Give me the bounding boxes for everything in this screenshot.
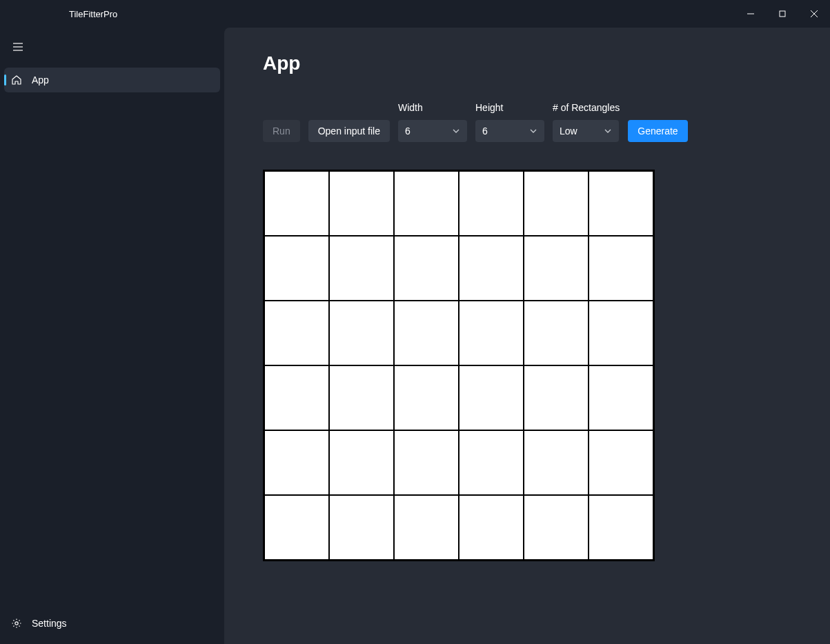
- sidebar-item-settings[interactable]: Settings: [4, 611, 220, 636]
- grid-cell: [264, 430, 329, 495]
- hamburger-icon: [12, 41, 23, 52]
- grid-cell: [264, 365, 329, 430]
- grid-cell: [589, 301, 653, 365]
- grid-cell: [459, 301, 524, 365]
- grid-cell: [394, 430, 459, 495]
- grid-cell: [589, 365, 653, 430]
- grid-row: [264, 301, 653, 365]
- close-icon: [811, 10, 818, 17]
- minimize-icon: [747, 10, 754, 17]
- maximize-button[interactable]: [767, 0, 798, 28]
- grid-cell: [264, 495, 329, 560]
- grid-cell: [459, 236, 524, 301]
- grid-cell: [329, 236, 394, 301]
- rectangles-label: # of Rectangles: [553, 102, 620, 113]
- chevron-down-icon: [604, 128, 612, 135]
- window-title: TileFitterPro: [69, 9, 117, 19]
- toolbar: Run Open input file Width 6 Height 6: [263, 102, 791, 142]
- grid-cell: [394, 236, 459, 301]
- height-value: 6: [482, 125, 488, 137]
- grid-cell: [394, 301, 459, 365]
- content-area: App Run Open input file Width 6 Height 6: [224, 28, 830, 644]
- grid-cell: [394, 171, 459, 236]
- width-value: 6: [405, 125, 411, 137]
- grid-cell: [394, 365, 459, 430]
- grid-cell: [524, 236, 589, 301]
- sidebar-item-app[interactable]: App: [4, 68, 220, 92]
- height-field: Height 6: [475, 102, 544, 142]
- height-label: Height: [475, 102, 544, 113]
- grid-row: [264, 495, 653, 560]
- grid-row: [264, 171, 653, 236]
- width-label: Width: [398, 102, 467, 113]
- gear-icon: [11, 618, 22, 629]
- close-button[interactable]: [798, 0, 830, 28]
- rectangles-value: Low: [560, 125, 577, 137]
- page-title: App: [263, 52, 791, 74]
- grid-cell: [264, 236, 329, 301]
- grid-cell: [459, 430, 524, 495]
- home-icon: [11, 74, 22, 85]
- grid-cell: [459, 171, 524, 236]
- maximize-icon: [779, 10, 786, 17]
- grid-cell: [264, 171, 329, 236]
- sidebar-item-label: App: [32, 74, 49, 85]
- grid-cell: [589, 236, 653, 301]
- grid-cell: [524, 171, 589, 236]
- height-select[interactable]: 6: [475, 120, 544, 142]
- grid-row: [264, 365, 653, 430]
- rectangles-field: # of Rectangles Low: [553, 102, 620, 142]
- grid-row: [264, 236, 653, 301]
- grid-cell: [524, 495, 589, 560]
- grid-row: [264, 430, 653, 495]
- grid-cell: [589, 495, 653, 560]
- grid-cell: [329, 365, 394, 430]
- grid-cell: [524, 365, 589, 430]
- window-controls: [735, 0, 830, 28]
- chevron-down-icon: [453, 128, 460, 135]
- minimize-button[interactable]: [735, 0, 767, 28]
- grid-cell: [329, 430, 394, 495]
- grid-cell: [394, 495, 459, 560]
- menu-toggle-button[interactable]: [4, 34, 32, 59]
- width-field: Width 6: [398, 102, 467, 142]
- width-select[interactable]: 6: [398, 120, 467, 142]
- grid-cell: [589, 430, 653, 495]
- settings-label: Settings: [32, 618, 67, 629]
- run-button[interactable]: Run: [263, 120, 300, 142]
- svg-point-7: [15, 622, 18, 625]
- grid-cell: [524, 430, 589, 495]
- chevron-down-icon: [530, 128, 537, 135]
- rectangles-select[interactable]: Low: [553, 120, 619, 142]
- grid-cell: [589, 171, 653, 236]
- grid-cell: [264, 301, 329, 365]
- titlebar: TileFitterPro: [0, 0, 830, 28]
- grid-cell: [459, 365, 524, 430]
- grid-cell: [329, 301, 394, 365]
- sidebar: App Settings: [0, 28, 224, 644]
- grid-cell: [329, 495, 394, 560]
- grid-cell: [459, 495, 524, 560]
- svg-rect-1: [780, 11, 785, 17]
- grid-cell: [524, 301, 589, 365]
- tile-grid: [263, 170, 655, 561]
- open-input-file-button[interactable]: Open input file: [308, 120, 390, 142]
- grid-cell: [329, 171, 394, 236]
- generate-button[interactable]: Generate: [628, 120, 687, 142]
